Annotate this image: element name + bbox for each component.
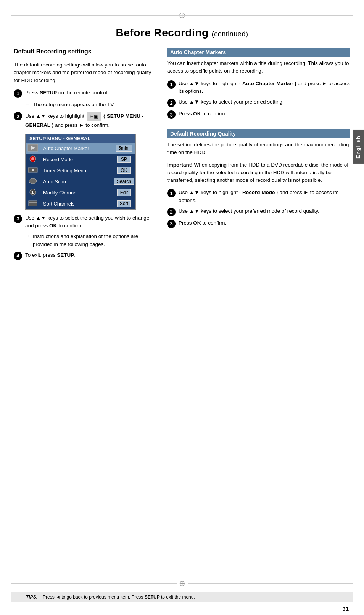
auto-chapter-intro: You can insert chapter markers within a … — [167, 60, 350, 75]
crosshair-line — [11, 15, 353, 16]
right-column: Auto Chapter Markers You can insert chap… — [159, 48, 353, 263]
auto-step-1-num: 1 — [167, 80, 176, 89]
svg-text:1: 1 — [31, 190, 34, 194]
page-number: 31 — [0, 602, 364, 615]
menu-icon-5 — [26, 198, 40, 209]
auto-step-3-content: Press OK to confirm. — [179, 110, 350, 118]
default-quality-header: Default Recording Quality — [167, 129, 350, 138]
auto-step-3: 3 Press OK to confirm. — [167, 110, 350, 119]
quality-step-1: 1 Use ▲▼ keys to highlight { Record Mode… — [167, 189, 350, 204]
menu-icon-highlight: ⊟▣ — [87, 112, 101, 121]
setup-bold-tips: SETUP — [145, 594, 160, 600]
step-3-num: 3 — [14, 215, 22, 223]
quality-step-2-content: Use ▲▼ keys to select your preferred mod… — [179, 207, 350, 215]
quality-step-1-num: 1 — [167, 189, 176, 197]
step-3-content: Use ▲▼ keys to select the setting you wi… — [25, 214, 151, 230]
menu-row-0: Auto Chapter Marker 5min. — [26, 143, 135, 154]
menu-icon-3 — [26, 176, 40, 187]
svg-point-3 — [31, 157, 34, 160]
ok-bold-3: OK — [193, 220, 201, 226]
page-title: Before Recording (continued) — [116, 27, 248, 39]
icon-svg-1 — [27, 155, 38, 163]
quality-step-2: 2 Use ▲▼ keys to select your preferred m… — [167, 207, 350, 216]
auto-step-1: 1 Use ▲▼ keys to highlight { Auto Chapte… — [167, 80, 350, 95]
auto-step-2-num: 2 — [167, 99, 176, 107]
auto-step-2: 2 Use ▲▼ keys to select your preferred s… — [167, 98, 350, 107]
menu-row-3: Auto Scan Search — [26, 176, 135, 187]
menu-value-box-4: Edit — [117, 189, 131, 196]
menu-icon-2 — [26, 165, 40, 176]
left-intro-text: The default recording settings will allo… — [14, 61, 151, 84]
default-quality-intro: The setting defines the picture quality … — [167, 141, 350, 157]
top-crosshair — [0, 8, 364, 23]
quality-step-3-content: Press OK to confirm. — [179, 219, 350, 227]
page-title-bar: Before Recording (continued) — [11, 23, 353, 44]
menu-icon-1 — [26, 154, 40, 165]
icon-svg-4: 1 — [27, 188, 38, 196]
menu-value-0: 5min. — [113, 143, 135, 154]
icon-svg-5 — [27, 199, 38, 207]
setup-menu-table: Auto Chapter Marker 5min. Record Mode — [26, 143, 135, 209]
right-border — [356, 0, 357, 615]
auto-step-2-content: Use ▲▼ keys to select your preferred set… — [179, 98, 350, 106]
main-content: Default Recording settings The default r… — [11, 44, 353, 263]
step-1-content: Press SETUP on the remote control. — [25, 89, 151, 97]
auto-step-3-num: 3 — [167, 110, 176, 119]
menu-label-2: Timer Setting Menu — [40, 165, 113, 176]
setup-bold-1: SETUP — [40, 90, 57, 95]
arrow-step-1: The setup menu appears on the TV. — [14, 101, 151, 108]
step-4: 4 To exit, press SETUP. — [14, 251, 151, 260]
menu-value-4: Edit — [113, 187, 135, 198]
menu-value-1: SP — [113, 154, 135, 165]
icon-svg-2 — [27, 166, 38, 174]
bottom-section: ⊕ TIPS: Press ◄ to go back to previous m… — [0, 571, 364, 615]
menu-value-box-3: Search — [114, 178, 134, 185]
menu-row-2: Timer Setting Menu OK — [26, 165, 135, 176]
setup-menu: SETUP MENU - GENERAL Auto Chapter Marker… — [25, 134, 136, 210]
svg-point-5 — [32, 169, 34, 171]
left-section-heading: Default Recording settings — [14, 48, 92, 57]
bottom-crosshair-area: ⊕ — [0, 579, 364, 588]
menu-label-3: Auto Scan — [40, 176, 113, 187]
menu-label-1: Record Mode — [40, 154, 113, 165]
arrow-step-1-text: The setup menu appears on the TV. — [33, 101, 115, 108]
menu-row-1: Record Mode SP — [26, 154, 135, 165]
icon-svg-3 — [27, 177, 38, 185]
menu-icon-0 — [26, 143, 40, 154]
arrow-step-2: Instructions and explanation of the opti… — [14, 233, 151, 248]
left-column: Default Recording settings The default r… — [11, 48, 159, 263]
default-quality-important: Important! When copying from the HDD to … — [167, 161, 350, 184]
quality-step-2-num: 2 — [167, 208, 176, 216]
auto-step-1-content: Use ▲▼ keys to highlight { Auto Chapter … — [179, 80, 350, 95]
step-2-content: Use ▲▼ keys to highlight ⊟▣ { SETUP MENU… — [25, 112, 151, 129]
step-3: 3 Use ▲▼ keys to select the setting you … — [14, 214, 151, 230]
svg-rect-10 — [29, 201, 37, 206]
spacer-1 — [167, 122, 350, 129]
title-text: Before Recording — [116, 27, 209, 39]
quality-step-3: 3 Press OK to confirm. — [167, 219, 350, 228]
bottom-crosshair-symbol: ⊕ — [177, 579, 188, 587]
menu-value-box-0: 5min. — [116, 145, 132, 152]
ok-bold-1: OK — [49, 223, 57, 228]
tips-label: TIPS: — [26, 594, 38, 600]
auto-chapter-header: Auto Chapter Markers — [167, 48, 350, 57]
menu-value-box-5: Sort — [117, 200, 131, 207]
quality-step-3-num: 3 — [167, 220, 176, 228]
menu-value-3: Search — [113, 176, 135, 187]
menu-icon-4: 1 — [26, 187, 40, 198]
menu-row-5: Sort Channels Sort — [26, 198, 135, 209]
step-4-content: To exit, press SETUP. — [25, 251, 151, 259]
left-border — [7, 0, 8, 615]
setup-bold-2: SETUP — [57, 252, 74, 258]
auto-chapter-bold: Auto Chapter Marker — [242, 81, 293, 86]
menu-label-0: Auto Chapter Marker — [40, 143, 113, 154]
important-bold: Important! — [167, 162, 193, 168]
setup-menu-title: SETUP MENU - GENERAL — [26, 134, 135, 143]
menu-value-box-2: OK — [117, 167, 131, 174]
step-1-num: 1 — [14, 89, 22, 98]
tips-bar: TIPS: Press ◄ to go back to previous men… — [11, 592, 353, 602]
english-tab: English — [353, 130, 364, 164]
quality-step-1-content: Use ▲▼ keys to highlight { Record Mode }… — [179, 189, 350, 204]
step-1: 1 Press SETUP on the remote control. — [14, 89, 151, 98]
continued-text: (continued) — [212, 30, 248, 38]
